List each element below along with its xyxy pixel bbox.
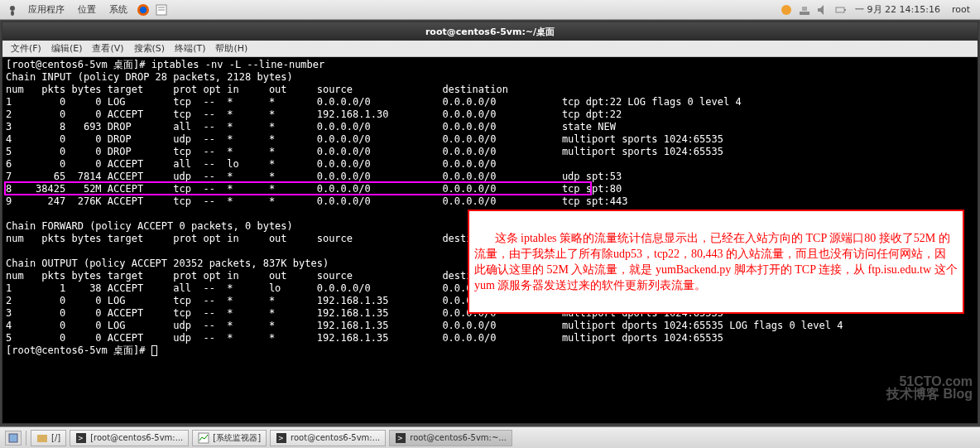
svg-text:>: >	[78, 435, 84, 442]
task-terminal-3[interactable]: > root@centos6-5vm:~...	[389, 430, 512, 446]
menu-terminal[interactable]: 终端(T)	[170, 42, 210, 55]
task-terminal-1[interactable]: > [root@centos6-5vm:...	[70, 430, 189, 446]
window-title: root@centos6-5vm:~/桌面	[425, 26, 555, 38]
task-label-2: [root@centos6-5vm:...	[90, 433, 183, 442]
chain-input-header: Chain INPUT (policy DROP 28 packets, 212…	[6, 71, 293, 83]
menu-edit[interactable]: 编辑(E)	[46, 42, 88, 55]
svg-rect-8	[800, 12, 809, 15]
places-menu[interactable]: 位置	[71, 3, 103, 16]
svg-rect-13	[9, 434, 17, 442]
menu-search[interactable]: 搜索(S)	[129, 42, 171, 55]
input-row-4: 4 0 0 DROP udp -- * * 0.0.0.0/0 0.0.0.0/…	[6, 133, 723, 145]
svg-point-7	[781, 5, 791, 15]
task-label-3: [系统监视器]	[213, 432, 261, 444]
task-label-5: root@centos6-5vm:~...	[410, 433, 507, 442]
task-terminal-2[interactable]: > root@centos6-5vm:...	[270, 430, 386, 446]
input-row-7: 7 65 7814 ACCEPT udp -- * * 0.0.0.0/0 0.…	[6, 171, 622, 182]
gnome-foot-icon[interactable]	[5, 2, 20, 17]
input-row-1: 1 0 0 LOG tcp -- * * 0.0.0.0/0 0.0.0.0/0…	[6, 96, 742, 108]
terminal-window: root@centos6-5vm:~/桌面 文件(F) 编辑(E) 查看(V) …	[2, 22, 978, 424]
prompt-2: [root@centos6-5vm 桌面]#	[6, 344, 146, 356]
watermark: 51CTO.com 技术博客 Blog	[886, 375, 973, 400]
monitor-icon	[198, 432, 209, 444]
window-title-bar[interactable]: root@centos6-5vm:~/桌面	[2, 22, 978, 41]
svg-point-3	[140, 7, 147, 13]
input-row-8: 8 38425 52M ACCEPT tcp -- * * 0.0.0.0/0 …	[6, 183, 622, 195]
terminal-menu-bar: 文件(F) 编辑(E) 查看(V) 搜索(S) 终端(T) 帮助(H)	[2, 41, 978, 57]
firefox-icon[interactable]	[136, 2, 151, 17]
table-header-2: num pkts bytes target prot opt in out so…	[6, 233, 508, 244]
system-menu[interactable]: 系统	[103, 3, 134, 16]
svg-marker-10	[818, 5, 824, 15]
svg-point-0	[10, 6, 15, 11]
terminal-icon: >	[395, 432, 406, 444]
folder-icon	[36, 432, 48, 444]
output-row-5: 5 0 0 ACCEPT udp -- * * 192.168.1.35 0.0…	[6, 332, 723, 344]
network-icon[interactable]	[797, 2, 812, 17]
menu-file[interactable]: 文件(F)	[6, 42, 46, 55]
gnome-bottom-panel: [/] > [root@centos6-5vm:... [系统监视器] > ro…	[0, 426, 980, 448]
table-header-3: num pkts bytes target prot opt in out so…	[6, 270, 508, 282]
output-row-4: 4 0 0 LOG udp -- * * 192.168.1.35 0.0.0.…	[6, 320, 843, 331]
task-label-1: [/]	[51, 433, 60, 442]
task-filemanager[interactable]: [/]	[31, 430, 66, 446]
task-label-4: root@centos6-5vm:...	[291, 433, 380, 442]
show-desktop-button[interactable]	[5, 431, 22, 446]
svg-rect-14	[37, 435, 47, 442]
gnome-top-panel: 应用程序 位置 系统 一 9月 22 14:15:16 root	[0, 0, 980, 20]
menu-view[interactable]: 查看(V)	[87, 42, 128, 55]
svg-text:>: >	[397, 435, 403, 442]
annotation-box: 这条 iptables 策略的流量统计信息显示出，已经在入站方向的 TCP 源端…	[468, 210, 964, 314]
input-row-6: 6 0 0 ACCEPT all -- lo * 0.0.0.0/0 0.0.0…	[6, 158, 496, 170]
command-text: iptables -nv -L --line-number	[151, 59, 325, 70]
chain-output-header: Chain OUTPUT (policy ACCEPT 20352 packet…	[6, 258, 329, 269]
terminal-icon: >	[75, 432, 87, 444]
svg-rect-12	[844, 9, 846, 11]
menu-help[interactable]: 帮助(H)	[210, 42, 252, 55]
applications-menu[interactable]: 应用程序	[22, 3, 71, 16]
input-row-5: 5 0 0 DROP tcp -- * * 0.0.0.0/0 0.0.0.0/…	[6, 146, 723, 157]
terminal-icon: >	[276, 432, 287, 444]
output-row-1: 1 1 38 ACCEPT all -- * lo 0.0.0.0/0 0.0.…	[6, 282, 496, 294]
input-row-3: 3 8 693 DROP all -- * * 0.0.0.0/0 0.0.0.…	[6, 121, 616, 132]
input-row-9: 9 247 276K ACCEPT tcp -- * * 0.0.0.0/0 0…	[6, 195, 627, 207]
input-row-2: 2 0 0 ACCEPT tcp -- * * 192.168.1.30 0.0…	[6, 108, 622, 120]
prompt: [root@centos6-5vm 桌面]#	[6, 59, 146, 70]
text-editor-icon[interactable]	[154, 2, 169, 17]
svg-rect-11	[836, 7, 844, 12]
annotation-text: 这条 iptables 策略的流量统计信息显示出，已经在入站方向的 TCP 源端…	[474, 232, 958, 291]
table-header: num pkts bytes target prot opt in out so…	[6, 84, 508, 95]
svg-rect-9	[802, 7, 807, 11]
clock[interactable]: 一 9月 22 14:15:16	[850, 3, 945, 16]
terminal-body[interactable]: [root@centos6-5vm 桌面]# iptables -nv -L -…	[2, 57, 978, 423]
update-icon[interactable]	[779, 2, 794, 17]
chain-forward-header: Chain FORWARD (policy ACCEPT 0 packets, …	[6, 220, 293, 232]
volume-icon[interactable]	[815, 2, 830, 17]
cursor-icon	[151, 345, 157, 356]
battery-icon[interactable]	[833, 2, 848, 17]
user-menu[interactable]: root	[945, 4, 977, 15]
svg-point-1	[11, 11, 14, 16]
svg-text:>: >	[278, 435, 284, 442]
separator	[26, 431, 26, 446]
task-system-monitor[interactable]: [系统监视器]	[192, 430, 267, 446]
